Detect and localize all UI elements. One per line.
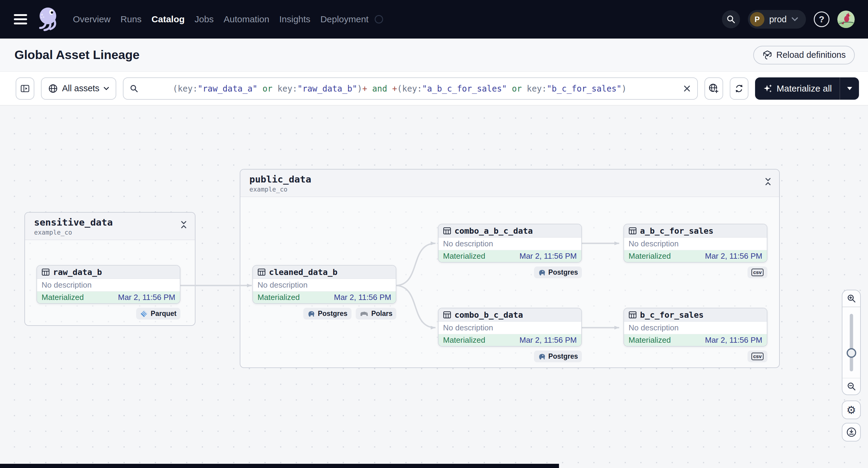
postgres-icon: [538, 353, 546, 361]
loading-spinner-icon: [375, 15, 383, 24]
asset-scope-dropdown[interactable]: All assets: [41, 77, 116, 100]
edge-cleaned-to-combo-bc: [396, 285, 435, 327]
table-icon: [443, 311, 451, 319]
table-icon: [257, 268, 266, 276]
asset-node-raw-data-b[interactable]: raw_data_b No description Materialized M…: [36, 265, 180, 304]
kind-badge-polars[interactable]: Polars: [356, 308, 396, 319]
zoom-out-icon: [847, 381, 856, 391]
nav-runs[interactable]: Runs: [121, 14, 142, 24]
deployment-badge: P: [750, 12, 765, 27]
primary-nav: Overview Runs Catalog Jobs Automation In…: [73, 14, 369, 24]
asset-node-a-b-c-for-sales[interactable]: a_b_c_for_sales No description Materiali…: [623, 224, 767, 262]
graph-settings-button[interactable]: [842, 401, 861, 419]
zoom-slider-track[interactable]: [849, 314, 853, 371]
status-badge: Materialized: [628, 251, 671, 261]
zoom-slider-thumb[interactable]: [847, 348, 856, 358]
asset-name: cleaned_data_b: [269, 268, 338, 277]
status-badge: Materialized: [41, 293, 84, 302]
zoom-in-button[interactable]: [842, 290, 860, 307]
table-icon: [628, 227, 637, 235]
materialization-timestamp: Mar 2, 11:56 PM: [334, 293, 391, 302]
materialization-timestamp: Mar 2, 11:56 PM: [118, 293, 175, 302]
asset-name: combo_a_b_c_data: [455, 226, 533, 236]
top-navbar: Overview Runs Catalog Jobs Automation In…: [0, 0, 868, 38]
caret-down-icon: [847, 87, 852, 90]
zoom-out-button[interactable]: [842, 378, 860, 395]
deployment-switcher[interactable]: P prod: [748, 10, 806, 29]
dagster-logo[interactable]: [35, 6, 59, 32]
zoom-in-icon: [847, 293, 856, 303]
asset-description: No description: [438, 238, 581, 250]
postgres-icon: [538, 269, 546, 277]
chevron-down-icon: [792, 17, 798, 21]
clear-filter-icon[interactable]: [683, 84, 691, 93]
globe-plus-icon: [708, 83, 719, 94]
csv-icon: csv: [751, 353, 764, 360]
filter-query-text[interactable]: (key:"raw_data_a" or key:"raw_data_b")+ …: [143, 74, 678, 103]
reload-cube-icon: [762, 50, 773, 60]
status-badge: Materialized: [628, 336, 671, 345]
edge-cleaned-to-combo-abc: [396, 243, 435, 285]
asset-filter-input[interactable]: (key:"raw_data_a" or key:"raw_data_b")+ …: [123, 77, 698, 100]
materialize-all-button[interactable]: Materialize all: [755, 77, 859, 100]
materialization-timestamp: Mar 2, 11:56 PM: [520, 336, 577, 345]
kind-badge-postgres[interactable]: Postgres: [534, 267, 582, 278]
deployment-name: prod: [769, 14, 787, 24]
page-title: Global Asset Lineage: [14, 48, 140, 62]
asset-description: No description: [624, 238, 767, 250]
asset-node-combo-b-c-data[interactable]: combo_b_c_data No description Materializ…: [438, 308, 582, 347]
csv-icon: csv: [751, 269, 764, 276]
lineage-canvas[interactable]: sensitive_data example_co public_data ex…: [0, 105, 868, 468]
polars-icon: [360, 311, 369, 317]
materialize-options-caret[interactable]: [840, 77, 859, 100]
materialization-timestamp: Mar 2, 11:56 PM: [520, 251, 577, 261]
reload-definitions-button[interactable]: Reload definitions: [753, 46, 855, 64]
kind-badge-csv[interactable]: csv: [747, 267, 767, 278]
asset-name: a_b_c_for_sales: [640, 226, 713, 236]
materialization-timestamp: Mar 2, 11:56 PM: [705, 251, 762, 261]
nav-deployment[interactable]: Deployment: [320, 14, 369, 24]
nav-overview[interactable]: Overview: [73, 14, 111, 24]
asset-description: No description: [438, 322, 581, 334]
materialization-timestamp: Mar 2, 11:56 PM: [705, 336, 762, 345]
postgres-icon: [307, 310, 315, 318]
nav-automation[interactable]: Automation: [223, 14, 269, 24]
nav-catalog[interactable]: Catalog: [152, 14, 185, 24]
nav-jobs[interactable]: Jobs: [194, 14, 214, 24]
kind-badge-csv[interactable]: csv: [747, 350, 767, 362]
panel-expand-icon: [20, 84, 30, 93]
kind-badge-parquet[interactable]: Parquet: [136, 308, 180, 319]
refresh-icon: [734, 84, 744, 94]
search-icon[interactable]: [722, 10, 740, 28]
kind-badge-postgres[interactable]: Postgres: [303, 308, 351, 319]
asset-node-b-c-for-sales[interactable]: b_c_for_sales No description Materialize…: [623, 308, 767, 347]
sparkles-icon: [763, 84, 773, 93]
status-badge: Materialized: [257, 293, 300, 302]
asset-name: b_c_for_sales: [640, 310, 704, 319]
asset-node-cleaned-data-b[interactable]: cleaned_data_b No description Materializ…: [252, 265, 396, 304]
page-header: Global Asset Lineage Reload definitions: [0, 38, 868, 72]
search-icon: [129, 84, 138, 93]
asset-description: No description: [624, 322, 767, 334]
asset-node-combo-a-b-c-data[interactable]: combo_a_b_c_data No description Material…: [438, 224, 582, 262]
download-circle-icon: [846, 427, 857, 437]
asset-description: No description: [37, 279, 180, 291]
menu-icon[interactable]: [14, 14, 28, 24]
sidebar-toggle-button[interactable]: [16, 77, 34, 100]
asset-description: No description: [253, 279, 396, 291]
zoom-slider[interactable]: [842, 307, 860, 378]
zoom-controls: [842, 290, 861, 395]
table-icon: [443, 227, 451, 235]
table-icon: [41, 268, 50, 276]
globe-icon: [48, 84, 58, 93]
filter-scope-globe-button[interactable]: [705, 77, 723, 100]
download-graph-button[interactable]: [842, 423, 861, 441]
kind-badge-postgres[interactable]: Postgres: [534, 350, 582, 362]
status-badge: Materialized: [443, 336, 485, 345]
nav-insights[interactable]: Insights: [279, 14, 310, 24]
table-icon: [628, 311, 637, 319]
refresh-button[interactable]: [730, 77, 748, 100]
chevron-down-icon: [103, 87, 109, 90]
help-icon[interactable]: [814, 11, 830, 27]
user-avatar[interactable]: [837, 10, 855, 28]
